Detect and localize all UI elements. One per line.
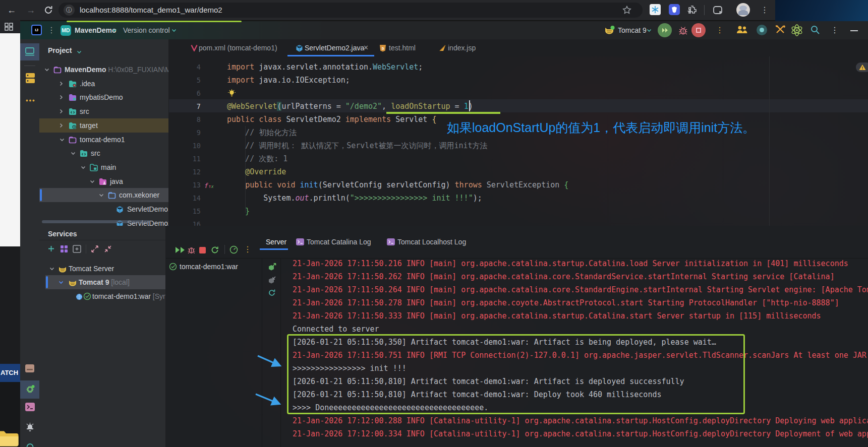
tree-chevron-icon[interactable] [71,152,76,155]
console-tab-Tomcat-Catalina-Log[interactable]: Tomcat Catalina Log [307,234,371,250]
stripe-divider [24,66,35,66]
svg-text:5: 5 [382,46,384,51]
view-mode-grid-icon[interactable] [61,245,68,252]
rerun-icon[interactable] [175,246,186,253]
vcs-widget[interactable]: Version control [123,21,170,39]
services-panel-title[interactable]: Services [48,229,77,238]
build-tools-icon[interactable] [775,25,786,35]
browser-refresh-icon[interactable] [43,5,53,17]
class-icon [116,206,124,214]
tree-chevron-icon[interactable] [44,68,49,72]
stop-console-icon[interactable] [199,247,206,253]
split-view-icon[interactable] [73,245,81,253]
tree-chevron-icon[interactable] [60,138,65,142]
extensions-puzzle-icon[interactable] [687,5,698,17]
undeploy-icon[interactable] [268,276,276,285]
window-menu-icon[interactable]: ⋮ [831,21,839,39]
tree-chevron-icon[interactable] [60,109,63,114]
toolbar-divider [704,5,705,15]
run-config-selector[interactable]: Tomcat 9 [618,21,647,39]
stop-button[interactable] [691,23,706,37]
project-tree-item--idea[interactable]: .idea [39,77,168,91]
url-text[interactable]: localhost:8888/tomcat_demo1_war/demo2 [80,3,222,18]
minimize-button[interactable] [850,30,858,31]
tree-chevron-icon[interactable] [90,180,95,183]
restart-icon[interactable] [211,246,219,254]
profiler-icon[interactable] [757,25,767,35]
console-tab-Server[interactable]: Server [266,234,286,250]
debug-button[interactable] [679,26,687,35]
redeploy-icon[interactable] [268,289,276,297]
code-line-4: 4import javax.servlet.annotation.WebServ… [169,60,868,74]
main-menu-icon[interactable]: ⋮ [47,21,55,39]
tree-chevron-icon[interactable] [60,95,63,100]
tree-chevron-icon[interactable] [59,281,64,284]
project-tree-item-main[interactable]: main [39,160,168,174]
editor[interactable]: 4import javax.servlet.annotation.WebServ… [169,56,868,226]
browser-forward-icon[interactable]: → [26,0,35,20]
run-more-icon[interactable]: ⋮ [716,21,724,39]
database-tool-button[interactable] [26,73,35,86]
project-tree-item-src[interactable]: src [39,104,168,118]
browser-back-icon[interactable]: ← [7,0,16,20]
project-tree-item-tomcat-demo1[interactable]: tomcat-demo1 [39,133,168,147]
browser-avatar[interactable] [736,3,750,17]
project-tree-item-MavenDemo[interactable]: MavenDemo H:\0x0B_FUXIAN\MavenDemo [39,62,168,77]
add-service-icon[interactable] [48,245,54,252]
bookmark-star-icon[interactable] [622,6,631,17]
inspection-widget[interactable] [856,62,868,72]
collapse-all-icon[interactable] [104,245,112,253]
intellij-logo-icon[interactable]: IJ [31,25,42,35]
terminal-tool-button[interactable] [25,403,35,413]
apps-grid-icon[interactable] [5,23,14,31]
project-hscrollbar[interactable] [42,220,150,223]
project-tree-item-java[interactable]: java [39,174,168,188]
thread-dump-icon[interactable] [229,245,238,254]
log-line: 21-Jan-2026 17:11:50.262 INFO [main] org… [293,270,835,283]
atom-plugin-icon[interactable] [790,24,803,37]
expand-all-icon[interactable] [91,245,99,253]
services-tree-item-Tomcat-Server[interactable]: Tomcat Server [39,262,165,276]
code-with-me-icon[interactable] [736,25,748,34]
tool-window-stripe [20,39,39,447]
project-tool-button[interactable] [20,43,39,60]
more-tools-button[interactable] [26,95,35,104]
services-tree-item-Tomcat-9[interactable]: Tomcat 9 [local] [39,275,165,289]
browser-menu-icon[interactable]: ⋮ [761,0,769,20]
project-tree-item-com-xekoner[interactable]: com.xekoner [39,188,168,202]
project-tree-item-target[interactable]: target [39,118,168,133]
site-info-icon[interactable]: ⓘ [64,5,75,16]
tree-chevron-icon[interactable] [81,166,86,169]
code-line-13: 13f↑x public void init(ServletConfig ser… [169,178,868,191]
bottom-tool-icon[interactable] [26,442,34,447]
close-tab-icon[interactable]: ✕ [363,39,369,56]
project-selector[interactable]: MavenDemo [75,21,116,39]
rerun-button[interactable] [658,23,672,37]
project-tree-item-src[interactable]: src [39,146,168,160]
project-badge[interactable]: MD [61,25,71,36]
tree-chevron-icon[interactable] [60,123,63,128]
services-tool-button[interactable] [20,380,39,399]
address-bar[interactable]: ⓘ localhost:8888/tomcat_demo1_war/demo2 [59,3,643,18]
project-tree-item-mybatisDemo[interactable]: mybatisDemo [39,90,168,104]
tree-chevron-icon[interactable] [49,267,54,271]
tree-chevron-icon[interactable] [60,81,63,86]
desktop-folder-icon[interactable] [0,430,19,447]
extension-shield-icon[interactable] [669,4,680,15]
console-tab-Tomcat-Localhost-Log[interactable]: Tomcat Localhost Log [397,234,466,250]
artifact-label[interactable]: tomcat-demo1:war [180,259,238,274]
commit-tool-button[interactable] [25,364,34,374]
tomcat-icon [58,265,67,273]
intention-bulb-icon[interactable] [228,89,236,97]
extension-snowflake-icon[interactable] [650,4,661,15]
deploy-icon[interactable] [268,263,276,272]
project-tree-item-ServletDemo1[interactable]: ServletDemo1 [39,202,168,216]
tree-chevron-icon[interactable] [99,194,104,197]
notifications-bell-icon[interactable] [25,422,35,434]
console-more-icon[interactable]: ⋮ [244,241,252,258]
search-everywhere-icon[interactable] [810,25,820,35]
screenshot-tool-icon[interactable] [712,5,723,18]
debug-console-icon[interactable] [188,246,195,254]
annotation-green-line [67,21,242,22]
services-tree-item-tomcat-demo1-war[interactable]: tomcat-demo1:war [Sync [39,289,165,303]
